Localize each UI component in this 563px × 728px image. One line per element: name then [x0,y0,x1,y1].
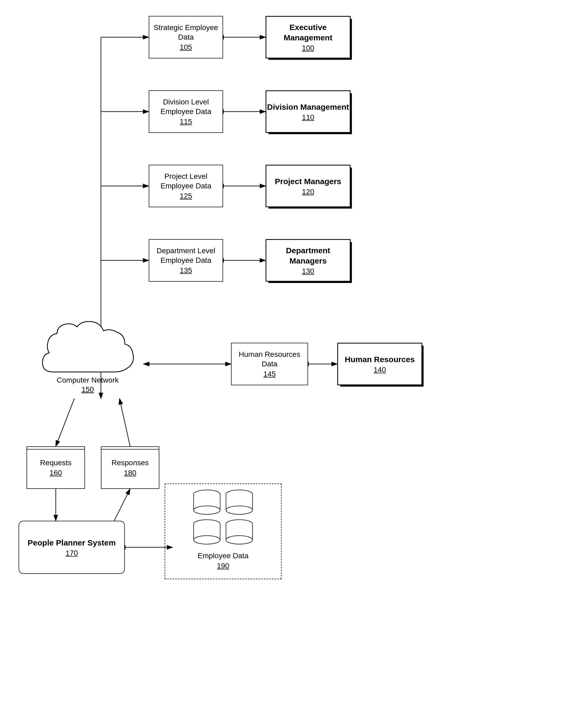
div-mgmt-label: Division Management [267,102,349,112]
hr-data-number: 145 [264,370,276,378]
people-planner-label: People Planner System [28,537,116,548]
cylinder-3 [192,519,222,546]
strategic-data-label: Strategic Employee Data [149,23,223,42]
svg-point-25 [194,506,220,514]
cylinder-1 [192,489,222,516]
strategic-data-number: 105 [180,43,192,52]
hr-data-label: Human ResourcesData [239,350,300,369]
hr-number: 140 [374,366,386,374]
svg-point-35 [194,536,220,544]
cloud-svg: Computer Network 150 [32,314,143,401]
exec-mgmt-number: 100 [302,44,314,52]
dept-mgrs-number: 130 [302,267,314,276]
exec-mgmt-label: Executive Management [267,22,350,43]
employee-data-box: Employee Data 190 [165,484,282,579]
project-data-box: Project LevelEmployee Data 125 [149,165,223,207]
requests-label: Requests [40,458,71,468]
exec-mgmt-box: Executive Management 100 [266,16,350,58]
dept-mgrs-box: Department Managers 130 [266,239,350,282]
network-cloud: Computer Network 150 [32,314,143,401]
cylinder-grid [187,484,259,551]
svg-line-17 [114,489,130,521]
svg-line-14 [56,399,74,446]
project-data-label: Project LevelEmployee Data [160,172,211,191]
svg-line-15 [120,399,130,446]
svg-text:150: 150 [82,385,94,393]
employee-data-number: 190 [217,562,230,570]
hr-box: Human Resources 140 [337,343,422,385]
requests-number: 160 [50,469,62,477]
cylinder-2 [225,489,254,516]
hr-data-box: Human ResourcesData 145 [231,343,308,385]
svg-point-40 [226,536,253,544]
proj-mgrs-label: Project Managers [275,176,341,187]
division-data-box: Division LevelEmployee Data 115 [149,90,223,133]
proj-mgrs-box: Project Managers 120 [266,165,350,207]
responses-label: Responses [112,458,149,468]
people-planner-box: People Planner System 170 [19,521,125,574]
svg-point-30 [226,506,253,514]
diagram: Strategic Employee Data 105 Division Lev… [0,0,563,728]
employee-data-label: Employee Data [198,551,248,561]
people-planner-number: 170 [66,549,78,557]
division-data-label: Division LevelEmployee Data [160,97,211,117]
proj-mgrs-number: 120 [302,188,314,196]
responses-number: 180 [124,469,137,477]
department-data-box: Department LevelEmployee Data 135 [149,239,223,282]
strategic-data-box: Strategic Employee Data 105 [149,16,223,58]
div-mgmt-box: Division Management 110 [266,90,350,133]
cylinder-4 [225,519,254,546]
hr-label: Human Resources [345,354,414,365]
project-data-number: 125 [180,192,192,200]
department-data-number: 135 [180,266,192,275]
responses-box: Responses 180 [101,446,159,489]
requests-box: Requests 160 [27,446,85,489]
department-data-label: Department LevelEmployee Data [157,246,215,265]
division-data-number: 115 [180,117,192,126]
div-mgmt-number: 110 [302,113,314,122]
svg-text:Computer Network: Computer Network [57,376,119,384]
dept-mgrs-label: Department Managers [267,245,350,266]
